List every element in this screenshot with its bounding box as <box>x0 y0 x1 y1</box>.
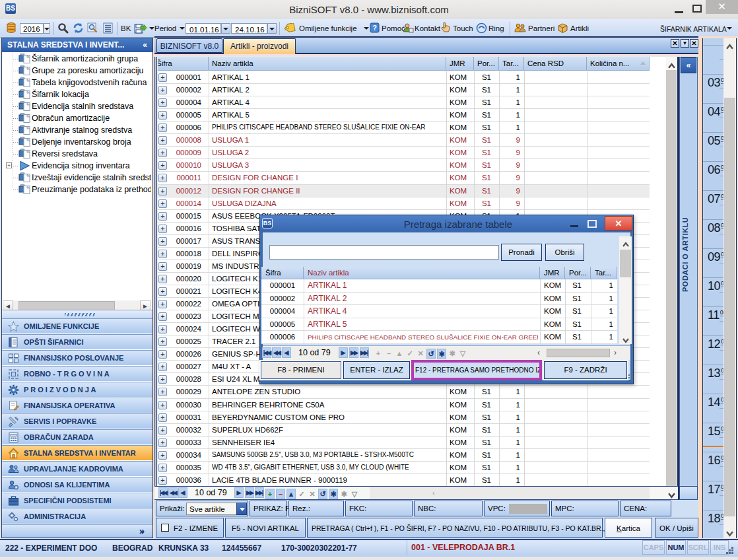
svg-text:?: ? <box>372 24 377 32</box>
